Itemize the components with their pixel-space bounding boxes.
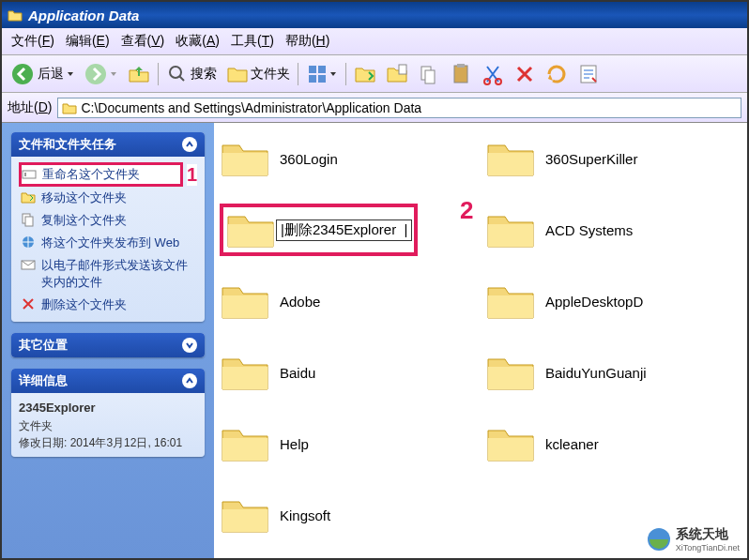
- folder-icon: [220, 280, 270, 322]
- menu-tools[interactable]: 工具(T): [227, 31, 278, 52]
- svg-rect-7: [399, 65, 406, 74]
- menubar: 文件(F) 编辑(E) 查看(V) 收藏(A) 工具(T) 帮助(H): [2, 28, 747, 55]
- chevron-down-icon: [182, 338, 197, 353]
- folder-item[interactable]: ACD Systems: [485, 204, 741, 256]
- chevron-up-icon: [182, 373, 197, 388]
- folder-item[interactable]: 360SuperKiller: [485, 132, 741, 185]
- folder-label: BaiduYunGuanji: [545, 365, 647, 381]
- svg-rect-10: [454, 66, 467, 83]
- folders-button[interactable]: 文件夹: [222, 61, 294, 87]
- folder-icon: [485, 423, 536, 464]
- menu-favorites[interactable]: 收藏(A): [172, 31, 223, 52]
- views-button[interactable]: [302, 61, 342, 87]
- properties-button[interactable]: [573, 61, 604, 87]
- folder-item-renaming[interactable]: |删除2345Explorer |: [220, 204, 476, 256]
- menu-help[interactable]: 帮助(H): [282, 31, 333, 52]
- sidebar: 文件和文件夹任务 重命名这个文件夹 1 移动这个文件夹 复制这个文: [2, 123, 214, 560]
- other-places-header[interactable]: 其它位置: [11, 333, 205, 357]
- forward-button[interactable]: [81, 61, 122, 87]
- rename-input[interactable]: |删除2345Explorer |: [276, 219, 412, 241]
- move-to-button[interactable]: [350, 61, 380, 87]
- toolbar: 后退 搜索 文件夹: [2, 55, 747, 93]
- folder-icon: [485, 138, 536, 179]
- task-publish[interactable]: 将这个文件夹发布到 Web: [19, 232, 197, 254]
- watermark: 系统天地 XiTongTianDi.net: [646, 526, 740, 552]
- folder-icon: [485, 352, 536, 393]
- folder-icon: [220, 423, 270, 464]
- svg-rect-15: [23, 171, 36, 178]
- copy-to-button[interactable]: [382, 61, 412, 87]
- folder-label: Help: [280, 436, 309, 452]
- search-button[interactable]: 搜索: [162, 61, 221, 87]
- callout-1: 1: [187, 164, 197, 186]
- details-header[interactable]: 详细信息: [11, 369, 205, 393]
- callout-2: 2: [460, 196, 473, 225]
- chevron-up-icon: [182, 137, 197, 152]
- svg-rect-5: [309, 75, 316, 83]
- folder-icon: [220, 494, 270, 536]
- undo-button[interactable]: [542, 61, 572, 87]
- other-places-panel: 其它位置: [11, 333, 205, 357]
- addressbar: 地址(D) C:\Documents and Settings\Administ…: [2, 93, 747, 123]
- address-input[interactable]: C:\Documents and Settings\Administrator\…: [57, 98, 741, 118]
- folder-icon: [485, 209, 536, 250]
- folder-icon: [220, 138, 270, 179]
- folder-item[interactable]: 360Login: [220, 132, 476, 185]
- folder-icon: [8, 8, 23, 23]
- folder-icon: [220, 352, 270, 393]
- folder-item[interactable]: BaiduYunGuanji: [485, 346, 741, 399]
- folder-label: Kingsoft: [280, 507, 330, 523]
- menu-edit[interactable]: 编辑(E): [62, 31, 114, 52]
- folder-label: kcleaner: [545, 436, 599, 452]
- cut-button[interactable]: [478, 61, 508, 87]
- folder-item[interactable]: Baidu: [220, 346, 476, 399]
- back-button[interactable]: 后退: [8, 61, 79, 87]
- menu-view[interactable]: 查看(V): [117, 31, 169, 52]
- task-email[interactable]: 以电子邮件形式发送该文件夹内的文件: [19, 254, 197, 294]
- copy-button[interactable]: [414, 61, 444, 87]
- folder-item[interactable]: Adobe: [220, 275, 476, 327]
- titlebar: Application Data: [2, 2, 747, 28]
- svg-rect-4: [318, 66, 326, 73]
- task-copy[interactable]: 复制这个文件夹: [19, 209, 197, 232]
- folder-label: 360Login: [280, 151, 338, 167]
- globe-icon: [646, 526, 672, 552]
- svg-rect-3: [309, 66, 316, 73]
- menu-file[interactable]: 文件(F): [8, 31, 58, 52]
- task-move[interactable]: 移动这个文件夹: [19, 187, 197, 209]
- paste-button[interactable]: [446, 61, 476, 87]
- folder-label: AppleDesktopD: [545, 294, 643, 310]
- svg-rect-17: [25, 217, 33, 226]
- content: 文件和文件夹任务 重命名这个文件夹 1 移动这个文件夹 复制这个文: [2, 123, 747, 560]
- delete-button[interactable]: [510, 61, 540, 87]
- svg-rect-6: [318, 75, 326, 83]
- folder-item[interactable]: kcleaner: [485, 417, 741, 470]
- folder-item[interactable]: Help: [220, 417, 476, 470]
- tasks-panel: 文件和文件夹任务 重命名这个文件夹 1 移动这个文件夹 复制这个文: [11, 132, 205, 322]
- svg-point-1: [85, 64, 106, 84]
- svg-rect-9: [425, 70, 435, 83]
- address-label: 地址(D): [8, 99, 52, 116]
- folder-item[interactable]: AppleDesktopD: [485, 275, 741, 327]
- folder-icon: [225, 209, 276, 250]
- up-button[interactable]: [124, 61, 154, 87]
- details-body: 2345Explorer 文件夹 修改日期: 2014年3月12日, 16:01: [11, 393, 205, 457]
- file-area: 360Login 360SuperKiller |删除2345Explorer …: [214, 123, 747, 560]
- details-panel: 详细信息 2345Explorer 文件夹 修改日期: 2014年3月12日, …: [11, 369, 205, 457]
- task-rename[interactable]: 重命名这个文件夹: [19, 162, 183, 187]
- svg-point-0: [12, 64, 33, 84]
- folder-label: Baidu: [280, 365, 315, 381]
- folder-label: 360SuperKiller: [545, 151, 637, 167]
- folder-label: Adobe: [280, 294, 320, 310]
- tasks-panel-header[interactable]: 文件和文件夹任务: [11, 132, 205, 157]
- window-title: Application Data: [28, 8, 139, 23]
- folder-label: ACD Systems: [545, 222, 633, 238]
- svg-rect-11: [457, 64, 465, 68]
- folder-item[interactable]: Kingsoft: [220, 489, 476, 541]
- task-delete[interactable]: 删除这个文件夹: [19, 294, 197, 316]
- folder-icon: [485, 280, 536, 322]
